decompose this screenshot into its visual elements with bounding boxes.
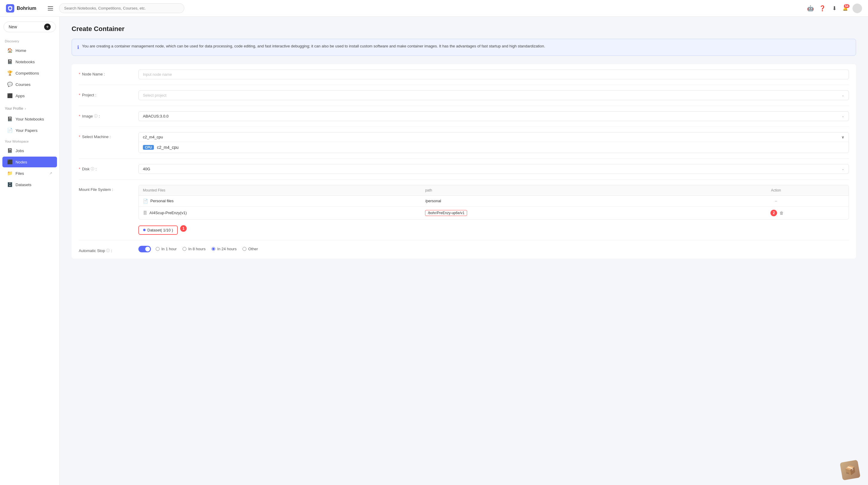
dataset-button[interactable]: Dataset( 1/10 ) bbox=[138, 225, 178, 235]
profile-section-header[interactable]: Your Profile › bbox=[0, 104, 59, 113]
sidebar-item-courses[interactable]: 💬 Courses bbox=[2, 79, 57, 90]
machine-row: * Select Machine : c2_m4_cpu ∨ CPU c2_m4… bbox=[79, 127, 849, 159]
disk-label: * Disk ⓘ : bbox=[79, 164, 132, 172]
bot-icon[interactable]: 🤖 bbox=[807, 5, 814, 12]
auto-stop-label: Automatic Stop ⓘ : bbox=[79, 246, 132, 253]
image-chevron-icon: ⌄ bbox=[841, 114, 844, 118]
home-icon: 🏠 bbox=[7, 48, 12, 53]
col-header-files: Mounted Files bbox=[139, 185, 421, 195]
mount-row-ai4scup: 🗄 AI4Scup-PreEnzy(v1) /bohr/PreEnzy-up6e… bbox=[139, 207, 848, 219]
machine-label: * Select Machine : bbox=[79, 132, 132, 139]
mount-path-ai4scup: /bohr/PreEnzy-up6e/v1 bbox=[421, 208, 703, 218]
info-text: You are creating a container management … bbox=[82, 43, 545, 50]
mount-row-personal: 📄 Personal files /personal – bbox=[139, 196, 848, 207]
step-1-badge: 1 bbox=[180, 225, 187, 232]
image-label: * Image ⓘ : bbox=[79, 111, 132, 119]
search-input[interactable] bbox=[59, 3, 184, 13]
project-chevron-icon: ⌄ bbox=[841, 93, 844, 97]
sidebar-item-your-papers[interactable]: 📄 Your Papers bbox=[2, 125, 57, 136]
workspace-section-label: Your Workspace bbox=[0, 140, 59, 143]
dataset-row: Dataset( 1/10 ) 1 bbox=[138, 222, 849, 235]
svg-point-1 bbox=[9, 7, 11, 9]
sidebar-item-nodes-label: Nodes bbox=[16, 160, 27, 164]
download-icon[interactable]: ⬇ bbox=[831, 5, 838, 12]
logo: Bohrium bbox=[6, 4, 42, 12]
search-bar[interactable] bbox=[59, 3, 184, 13]
sidebar-item-nodes[interactable]: ⬛ Nodes bbox=[2, 157, 57, 167]
image-dropdown[interactable]: ABACUS:3.0.0 ⌄ bbox=[138, 111, 849, 121]
disk-row: * Disk ⓘ : 40G ⌄ bbox=[79, 159, 849, 180]
sidebar-item-datasets-label: Datasets bbox=[16, 183, 31, 187]
sidebar-item-files[interactable]: 📁 Files ↗ bbox=[2, 168, 57, 179]
sidebar-item-courses-label: Courses bbox=[16, 82, 30, 87]
your-papers-icon: 📄 bbox=[7, 128, 12, 133]
stop-option-other[interactable]: Other bbox=[243, 247, 258, 251]
sidebar-item-home[interactable]: 🏠 Home bbox=[2, 45, 57, 56]
path-highlight: /bohr/PreEnzy-up6e/v1 bbox=[425, 210, 467, 216]
machine-selector[interactable]: c2_m4_cpu ∨ bbox=[139, 132, 848, 142]
disk-select[interactable]: 40G ⌄ bbox=[138, 164, 849, 174]
stop-option-8h[interactable]: In 8 hours bbox=[183, 247, 206, 251]
hamburger-menu[interactable] bbox=[46, 5, 54, 12]
step-2-badge: 2 bbox=[771, 210, 777, 216]
mount-file-personal: 📄 Personal files bbox=[139, 196, 421, 206]
image-hint-icon: ⓘ bbox=[94, 114, 97, 119]
dataset-dot-icon bbox=[143, 229, 146, 231]
file-icon: 📄 bbox=[143, 199, 148, 204]
disk-chevron-icon: ⌄ bbox=[841, 167, 844, 171]
machine-select: c2_m4_cpu ∨ CPU c2_m4_cpu bbox=[138, 132, 849, 153]
app-body: New + Discovery 🏠 Home 📓 Notebooks 🏆 Com… bbox=[0, 17, 868, 485]
sidebar: New + Discovery 🏠 Home 📓 Notebooks 🏆 Com… bbox=[0, 17, 60, 485]
notification-bell[interactable]: 🔔 54 bbox=[843, 6, 848, 11]
sidebar-item-datasets[interactable]: 🗄️ Datasets bbox=[2, 179, 57, 190]
sidebar-item-your-papers-label: Your Papers bbox=[16, 128, 38, 133]
profile-arrow-icon: › bbox=[25, 107, 26, 110]
sidebar-item-notebooks[interactable]: 📓 Notebooks bbox=[2, 56, 57, 67]
mount-label: Mount File System : bbox=[79, 185, 132, 192]
sidebar-item-notebooks-label: Notebooks bbox=[16, 60, 35, 64]
machine-dropdown[interactable]: c2_m4_cpu ∨ CPU c2_m4_cpu bbox=[138, 132, 849, 153]
auto-stop-hint-icon: ⓘ bbox=[106, 248, 110, 253]
mount-action-ai4scup[interactable]: 2 🗑 bbox=[703, 207, 848, 219]
project-dropdown[interactable]: Select project ⌄ bbox=[138, 90, 849, 100]
sidebar-item-apps[interactable]: ⬛ Apps bbox=[2, 90, 57, 101]
machine-option[interactable]: CPU c2_m4_cpu bbox=[139, 142, 848, 153]
mount-file-ai4scup: 🗄 AI4Scup-PreEnzy(v1) bbox=[139, 208, 421, 218]
sidebar-item-jobs[interactable]: 📓 Jobs bbox=[2, 145, 57, 156]
discovery-section-label: Discovery bbox=[0, 39, 59, 43]
jobs-icon: 📓 bbox=[7, 148, 12, 153]
new-button[interactable]: New + bbox=[4, 22, 56, 32]
node-name-row: * Node Name : bbox=[79, 64, 849, 85]
nodes-icon: ⬛ bbox=[7, 159, 12, 165]
sidebar-item-apps-label: Apps bbox=[16, 94, 25, 98]
topbar: Bohrium 🤖 ❓ ⬇ 🔔 54 bbox=[0, 0, 868, 17]
image-select[interactable]: ABACUS:3.0.0 ⌄ bbox=[138, 111, 849, 121]
sidebar-item-your-notebooks-label: Your Notebooks bbox=[16, 117, 44, 121]
help-icon[interactable]: ❓ bbox=[819, 5, 826, 12]
mount-file-system: Mounted Files path Action 📄 Personal fil… bbox=[138, 185, 849, 235]
disk-dropdown[interactable]: 40G ⌄ bbox=[138, 164, 849, 174]
db-icon: 🗄 bbox=[143, 211, 147, 215]
topbar-right: 🤖 ❓ ⬇ 🔔 54 bbox=[807, 4, 862, 13]
mascot-box: 📦 bbox=[840, 460, 861, 481]
sidebar-item-competitions[interactable]: 🏆 Competitions bbox=[2, 68, 57, 79]
stop-option-24h[interactable]: In 24 hours bbox=[212, 247, 237, 251]
sidebar-item-your-notebooks[interactable]: 📓 Your Notebooks bbox=[2, 114, 57, 124]
sidebar-item-files-label: Files bbox=[16, 171, 24, 176]
stop-option-1h[interactable]: In 1 hour bbox=[156, 247, 177, 251]
node-name-field[interactable] bbox=[138, 69, 849, 79]
node-name-input[interactable] bbox=[138, 69, 849, 79]
toggle-slider bbox=[138, 246, 151, 252]
logo-icon bbox=[6, 4, 14, 12]
files-link-icon: ↗ bbox=[49, 171, 52, 175]
your-notebooks-icon: 📓 bbox=[7, 116, 12, 122]
avatar[interactable] bbox=[852, 4, 862, 13]
page-title: Create Container bbox=[71, 25, 856, 33]
mount-table-header: Mounted Files path Action bbox=[139, 185, 848, 196]
node-name-label: * Node Name : bbox=[79, 69, 132, 77]
delete-icon[interactable]: 🗑 bbox=[779, 211, 783, 215]
datasets-icon: 🗄️ bbox=[7, 182, 12, 187]
auto-stop-toggle[interactable] bbox=[138, 246, 151, 252]
machine-option-name: c2_m4_cpu bbox=[157, 145, 178, 150]
project-select[interactable]: Select project ⌄ bbox=[138, 90, 849, 100]
